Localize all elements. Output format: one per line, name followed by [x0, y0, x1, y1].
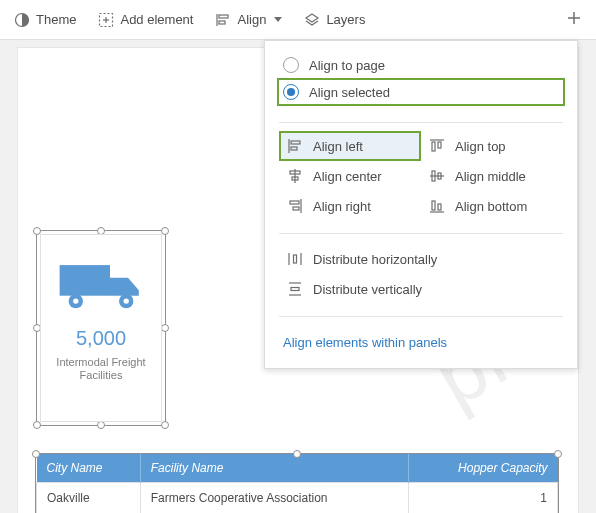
align-top-option[interactable]: Align top — [421, 131, 563, 161]
card-inner: 5,000 Intermodal Freight Facilities — [40, 234, 162, 422]
align-dropdown: Align to page Align selected Align left … — [264, 40, 578, 369]
radio-align-to-page[interactable]: Align to page — [279, 51, 563, 79]
theme-button[interactable]: Theme — [6, 8, 84, 32]
align-right-option[interactable]: Align right — [279, 191, 421, 221]
resize-handle[interactable] — [161, 227, 169, 235]
svg-rect-38 — [291, 288, 299, 291]
distribute-vertical-icon — [287, 281, 303, 297]
layers-label: Layers — [326, 12, 365, 27]
svg-rect-17 — [291, 147, 297, 150]
align-right-icon — [287, 198, 303, 214]
option-label: Align top — [455, 139, 506, 154]
radio-label: Align selected — [309, 85, 390, 100]
cell-hopper: 1 — [408, 483, 557, 514]
align-center-icon — [287, 168, 303, 184]
svg-rect-6 — [219, 21, 225, 24]
svg-rect-28 — [290, 201, 299, 204]
add-element-label: Add element — [120, 12, 193, 27]
svg-rect-10 — [60, 265, 110, 296]
chevron-down-icon — [274, 17, 282, 22]
col-hopper[interactable]: Hopper Capacity — [408, 454, 557, 483]
plus-icon — [566, 10, 582, 26]
add-element-button[interactable]: Add element — [90, 8, 201, 32]
divider — [279, 316, 563, 317]
distribute-vertical-option[interactable]: Distribute vertically — [279, 274, 563, 304]
align-icon — [215, 12, 231, 28]
truck-icon — [56, 249, 146, 319]
svg-rect-20 — [438, 142, 441, 148]
distribute-horizontal-icon — [287, 251, 303, 267]
option-label: Align center — [313, 169, 382, 184]
card-value: 5,000 — [76, 327, 126, 350]
radio-icon — [283, 84, 299, 100]
divider — [279, 233, 563, 234]
data-table: City Name Facility Name Hopper Capacity … — [36, 454, 558, 513]
option-label: Distribute horizontally — [313, 252, 437, 267]
option-label: Distribute vertically — [313, 282, 422, 297]
align-middle-icon — [429, 168, 445, 184]
svg-point-13 — [73, 298, 78, 303]
col-city[interactable]: City Name — [37, 454, 141, 483]
align-bottom-icon — [429, 198, 445, 214]
align-button[interactable]: Align — [207, 8, 290, 32]
svg-rect-5 — [219, 15, 228, 18]
option-label: Align middle — [455, 169, 526, 184]
svg-marker-7 — [306, 14, 318, 22]
align-left-option[interactable]: Align left — [279, 131, 421, 161]
align-bottom-option[interactable]: Align bottom — [421, 191, 563, 221]
distribute-horizontal-option[interactable]: Distribute horizontally — [279, 244, 563, 274]
layers-button[interactable]: Layers — [296, 8, 373, 32]
card-widget[interactable]: 5,000 Intermodal Freight Facilities — [36, 230, 166, 426]
align-within-panels-link[interactable]: Align elements within panels — [265, 323, 577, 362]
align-top-icon — [429, 138, 445, 154]
option-label: Align left — [313, 139, 363, 154]
add-button[interactable] — [558, 6, 590, 33]
option-label: Align right — [313, 199, 371, 214]
table-row[interactable]: Oakville Farmers Cooperative Association… — [37, 483, 558, 514]
col-facility[interactable]: Facility Name — [140, 454, 408, 483]
radio-icon — [283, 57, 299, 73]
resize-handle[interactable] — [33, 421, 41, 429]
resize-handle[interactable] — [97, 421, 105, 429]
svg-point-14 — [124, 298, 129, 303]
cell-city: Oakville — [37, 483, 141, 514]
divider — [279, 122, 563, 123]
align-center-option[interactable]: Align center — [279, 161, 421, 191]
align-middle-option[interactable]: Align middle — [421, 161, 563, 191]
theme-icon — [14, 12, 30, 28]
svg-rect-16 — [291, 141, 300, 144]
align-left-icon — [287, 138, 303, 154]
svg-rect-19 — [432, 142, 435, 151]
resize-handle[interactable] — [161, 324, 169, 332]
layers-icon — [304, 12, 320, 28]
svg-rect-29 — [293, 207, 299, 210]
toolbar: Theme Add element Align Layers — [0, 0, 596, 40]
table-widget[interactable]: City Name Facility Name Hopper Capacity … — [36, 454, 558, 513]
cell-facility: Farmers Cooperative Association — [140, 483, 408, 514]
radio-label: Align to page — [309, 58, 385, 73]
theme-label: Theme — [36, 12, 76, 27]
radio-align-selected[interactable]: Align selected — [277, 78, 565, 106]
card-label: Intermodal Freight Facilities — [56, 356, 145, 382]
svg-rect-35 — [294, 255, 297, 263]
table-header-row: City Name Facility Name Hopper Capacity — [37, 454, 558, 483]
svg-rect-32 — [438, 204, 441, 210]
align-label: Align — [237, 12, 266, 27]
resize-handle[interactable] — [161, 421, 169, 429]
option-label: Align bottom — [455, 199, 527, 214]
add-element-icon — [98, 12, 114, 28]
svg-rect-31 — [432, 201, 435, 210]
